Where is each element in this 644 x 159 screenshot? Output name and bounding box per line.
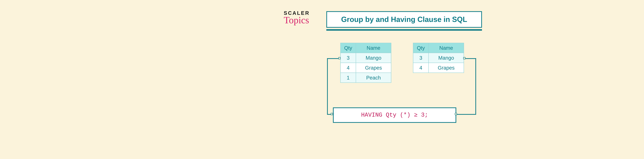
title-underline [326,29,482,31]
table-row: 4 Grapes [340,63,391,73]
connector-node-icon [338,57,340,59]
cell-name: Mango [356,53,391,63]
th-name: Name [428,43,464,53]
cell-qty: 3 [413,53,428,63]
output-table: Qty Name 3 Mango 4 Grapes [413,43,464,73]
connector-node-icon [455,113,457,115]
connector-line [464,58,476,59]
connector-line [475,58,476,114]
cell-name: Peach [356,73,391,82]
connector-node-icon [463,57,465,59]
table-row: 3 Mango [413,53,464,63]
th-qty: Qty [340,43,356,53]
cell-qty: 4 [413,63,428,73]
cell-name: Grapes [428,63,464,73]
table-row: 4 Grapes [413,63,464,73]
connector-line [327,58,339,59]
diagram-title: Group by and Having Clause in SQL [326,11,482,28]
connector-node-icon [331,113,333,115]
brand-logo: SCALER Topics [284,11,318,24]
cell-name: Grapes [356,63,391,73]
logo-text-topics: Topics [284,16,318,24]
cell-name: Mango [428,53,464,63]
connector-line [456,114,476,115]
connector-line [327,58,328,114]
th-qty: Qty [413,43,428,53]
input-table: Qty Name 3 Mango 4 Grapes 1 Peach [340,43,391,83]
having-clause-box: HAVING Qty (*) ≥ 3; [333,108,456,123]
table-row: 1 Peach [340,73,391,82]
table-row: 3 Mango [340,53,391,63]
cell-qty: 1 [340,73,356,82]
cell-qty: 3 [340,53,356,63]
th-name: Name [356,43,391,53]
cell-qty: 4 [340,63,356,73]
